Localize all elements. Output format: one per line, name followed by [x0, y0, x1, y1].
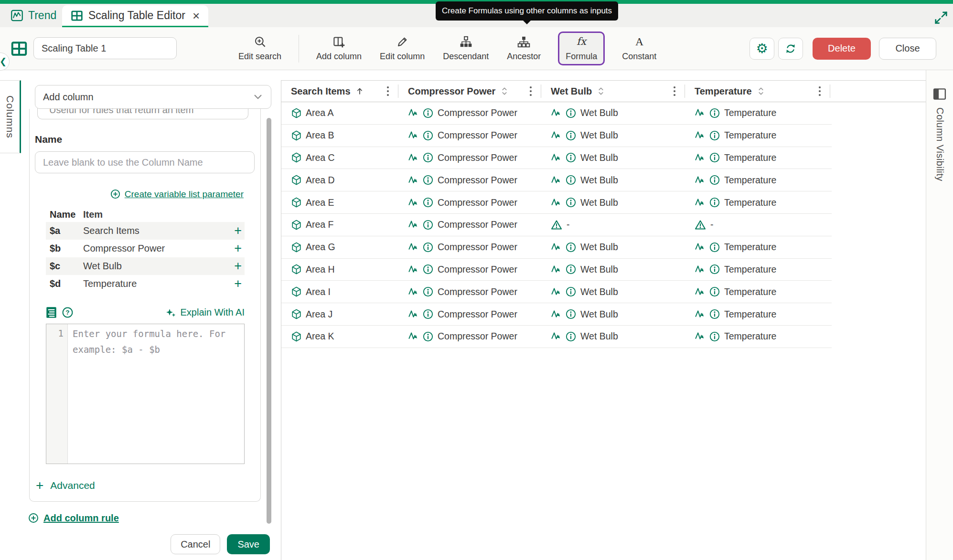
save-button[interactable]: Save [227, 534, 270, 554]
value-cell[interactable]: - [541, 214, 685, 236]
value-cell[interactable]: Compressor Power [398, 102, 541, 124]
value-cell[interactable]: Compressor Power [398, 147, 541, 169]
value-cell[interactable]: Wet Bulb [541, 191, 685, 213]
column-header-wet-bulb[interactable]: Wet Bulb [541, 81, 685, 102]
value-cell[interactable]: Wet Bulb [541, 102, 685, 124]
table-name-input[interactable] [33, 37, 177, 59]
info-icon[interactable] [566, 331, 576, 342]
info-icon[interactable] [423, 220, 433, 230]
insert-param-button[interactable]: + [231, 260, 245, 273]
item-cell[interactable]: Area K [281, 326, 398, 348]
value-cell[interactable]: Wet Bulb [541, 259, 685, 281]
value-cell[interactable]: Wet Bulb [541, 125, 685, 147]
value-cell[interactable]: Temperature [685, 102, 830, 124]
value-cell[interactable]: Compressor Power [398, 303, 541, 325]
value-cell[interactable]: Temperature [685, 281, 830, 303]
value-cell[interactable]: - [685, 214, 830, 236]
item-cell[interactable]: Area I [281, 281, 398, 303]
help-icon[interactable]: ? [62, 306, 74, 318]
value-cell[interactable]: Compressor Power [398, 326, 541, 348]
info-icon[interactable] [566, 197, 576, 208]
info-icon[interactable] [566, 130, 576, 141]
value-cell[interactable]: Temperature [685, 125, 830, 147]
item-cell[interactable]: Area E [281, 191, 398, 213]
value-cell[interactable]: Wet Bulb [541, 326, 685, 348]
column-header-search-items[interactable]: Search Items [281, 81, 398, 102]
info-icon[interactable] [709, 130, 720, 141]
close-tab-icon[interactable]: × [193, 10, 200, 22]
info-icon[interactable] [423, 309, 433, 319]
tool-descendant[interactable]: Descendant [442, 33, 490, 63]
value-cell[interactable]: Wet Bulb [541, 303, 685, 325]
info-icon[interactable] [566, 152, 576, 163]
column-menu-button[interactable] [816, 85, 823, 98]
info-icon[interactable] [423, 242, 433, 253]
info-icon[interactable] [709, 331, 720, 342]
item-cell[interactable]: Area B [281, 125, 398, 147]
value-cell[interactable]: Temperature [685, 191, 830, 213]
tool-constant[interactable]: A Constant [621, 33, 657, 63]
value-cell[interactable]: Temperature [685, 326, 830, 348]
item-cell[interactable]: Area D [281, 169, 398, 191]
value-cell[interactable]: Compressor Power [398, 169, 541, 191]
advanced-toggle[interactable]: + Advanced [36, 479, 95, 492]
info-icon[interactable] [423, 197, 433, 208]
info-icon[interactable] [566, 309, 576, 319]
tool-edit-column[interactable]: Edit column [379, 33, 426, 63]
column-header-compressor-power[interactable]: Compressor Power [398, 81, 541, 102]
tool-ancestor[interactable]: Ancestor [506, 33, 542, 63]
sort-toggle-icon[interactable] [596, 85, 606, 97]
column-header-temperature[interactable]: Temperature [685, 81, 830, 102]
formula-editor[interactable]: 1 Enter your formula here. For example: … [46, 324, 245, 464]
refresh-button[interactable] [778, 38, 803, 60]
value-cell[interactable]: Temperature [685, 169, 830, 191]
info-icon[interactable] [566, 286, 576, 297]
value-cell[interactable]: Compressor Power [398, 191, 541, 213]
info-icon[interactable] [423, 108, 433, 118]
info-icon[interactable] [566, 108, 576, 118]
value-cell[interactable]: Wet Bulb [541, 281, 685, 303]
info-icon[interactable] [423, 286, 433, 297]
info-icon[interactable] [709, 286, 720, 297]
info-icon[interactable] [709, 197, 720, 208]
value-cell[interactable]: Temperature [685, 147, 830, 169]
value-cell[interactable]: Wet Bulb [541, 169, 685, 191]
value-cell[interactable]: Compressor Power [398, 281, 541, 303]
insert-param-button[interactable]: + [231, 242, 245, 255]
create-variable-list-parameter-link[interactable]: Create variable list parameter [110, 189, 244, 200]
item-cell[interactable]: Area H [281, 259, 398, 281]
column-name-input[interactable] [35, 151, 255, 173]
settings-button[interactable]: ⚙ [750, 38, 774, 60]
value-cell[interactable]: Compressor Power [398, 236, 541, 258]
add-column-rule-link[interactable]: Add column rule [28, 512, 119, 524]
info-icon[interactable] [423, 175, 433, 185]
value-cell[interactable]: Compressor Power [398, 214, 541, 236]
value-cell[interactable]: Temperature [685, 236, 830, 258]
sidebar-tab-columns[interactable]: Columns [0, 80, 21, 153]
explain-with-ai-button[interactable]: Explain With AI [165, 307, 245, 318]
item-cell[interactable]: Area F [281, 214, 398, 236]
info-icon[interactable] [423, 331, 433, 342]
insert-param-button[interactable]: + [231, 277, 245, 290]
value-cell[interactable]: Temperature [685, 303, 830, 325]
delete-button[interactable]: Delete [813, 38, 871, 60]
info-icon[interactable] [566, 242, 576, 253]
item-cell[interactable]: Area G [281, 236, 398, 258]
formula-doc-icon[interactable] [46, 306, 57, 318]
value-cell[interactable]: Wet Bulb [541, 147, 685, 169]
tool-formula[interactable]: fx Formula [558, 32, 605, 65]
item-cell[interactable]: Area C [281, 147, 398, 169]
close-button[interactable]: Close [879, 38, 936, 60]
info-icon[interactable] [566, 175, 576, 185]
info-icon[interactable] [709, 175, 720, 185]
info-icon[interactable] [709, 242, 720, 253]
sidebar-scrollbar[interactable] [267, 118, 271, 560]
info-icon[interactable] [566, 264, 576, 275]
tool-add-column[interactable]: Add column [315, 33, 363, 63]
cancel-button[interactable]: Cancel [171, 534, 220, 554]
value-cell[interactable]: Compressor Power [398, 125, 541, 147]
column-visibility-rail[interactable]: Column Visibility [926, 70, 953, 560]
tab-scaling-table-editor[interactable]: Scaling Table Editor × [62, 5, 208, 27]
column-menu-button[interactable] [671, 85, 678, 98]
info-icon[interactable] [709, 152, 720, 163]
